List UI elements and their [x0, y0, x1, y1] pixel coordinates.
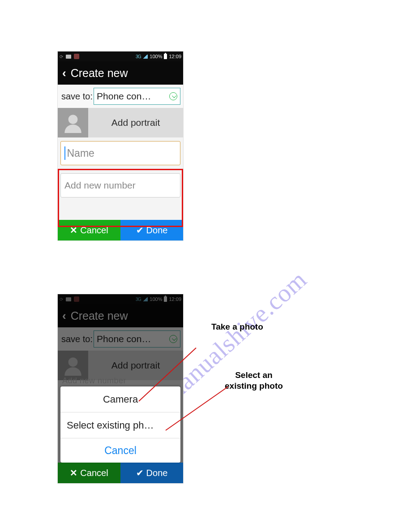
save-to-label: save to: — [61, 91, 93, 102]
clock: 12:09 — [169, 54, 181, 59]
svg-point-0 — [68, 115, 78, 124]
battery-icon — [164, 54, 167, 59]
save-to-value: Phone con… — [97, 91, 151, 102]
add-portrait-label: Add portrait — [111, 117, 160, 128]
bottom-button-bar: ✕ Cancel ✔ Done — [58, 463, 183, 483]
phone-screenshot-top: ⟳ 3G 100% 12:09 ‹ Create new save to: Ph… — [57, 51, 184, 241]
save-to-row: save to: Phone con… — [58, 85, 183, 108]
page-title: Create new — [71, 67, 128, 80]
dialog-cancel-label: Cancel — [104, 445, 137, 457]
annotation-take-photo: Take a photo — [211, 322, 263, 332]
dialog-cancel-button[interactable]: Cancel — [60, 438, 180, 463]
bottom-button-bar: ✕ Cancel ✔ Done — [58, 220, 183, 240]
dialog-option-camera-label: Camera — [103, 394, 138, 405]
number-input[interactable]: Add new number — [60, 173, 180, 197]
check-icon: ✔ — [136, 468, 144, 478]
name-placeholder: Name — [67, 147, 94, 159]
status-bar: ⟳ 3G 100% 12:09 — [58, 51, 183, 61]
sync-icon: ⟳ — [60, 54, 63, 59]
battery-percent: 100% — [150, 54, 162, 59]
text-cursor — [64, 146, 65, 160]
save-to-dropdown[interactable]: Phone con… — [94, 88, 180, 105]
title-bar: ‹ Create new — [58, 61, 183, 85]
network-type: 3G — [136, 54, 141, 59]
annotation-select-photo-l2: existing photo — [225, 381, 283, 390]
done-button[interactable]: ✔ Done — [120, 463, 183, 483]
name-input[interactable]: Name — [60, 141, 180, 165]
dialog-option-select-existing[interactable]: Select existing ph… — [60, 412, 180, 438]
signal-icon — [143, 55, 148, 59]
done-button[interactable]: ✔ Done — [120, 220, 183, 240]
app-notif-icon — [74, 54, 79, 59]
cancel-button[interactable]: ✕ Cancel — [58, 220, 120, 240]
add-portrait-button[interactable]: Add portrait — [88, 108, 183, 137]
cancel-label: Cancel — [80, 225, 108, 236]
dialog-option-camera[interactable]: Camera — [60, 386, 180, 412]
close-icon: ✕ — [70, 468, 77, 478]
photo-source-dialog: Camera Select existing ph… Cancel — [60, 386, 180, 463]
phone-screenshot-bottom: ⟳ 3G 100% 12:09 ‹ Create new save to: Ph… — [57, 294, 184, 484]
person-icon — [62, 112, 84, 134]
portrait-row: Add portrait — [58, 108, 183, 137]
dialog-option-select-label: Select existing ph… — [67, 420, 154, 431]
annotation-select-photo: Select an existing photo — [225, 370, 283, 391]
sd-icon — [66, 55, 71, 59]
avatar-placeholder[interactable] — [58, 108, 88, 137]
done-label: Done — [146, 468, 168, 478]
close-icon: ✕ — [70, 225, 77, 236]
annotation-select-photo-l1: Select an — [235, 370, 272, 380]
check-icon: ✔ — [136, 225, 144, 236]
cancel-label: Cancel — [80, 468, 108, 478]
number-placeholder: Add new number — [64, 180, 136, 191]
done-label: Done — [146, 225, 168, 236]
cancel-button[interactable]: ✕ Cancel — [58, 463, 120, 483]
chevron-down-icon — [169, 92, 177, 100]
back-icon[interactable]: ‹ — [62, 66, 66, 80]
